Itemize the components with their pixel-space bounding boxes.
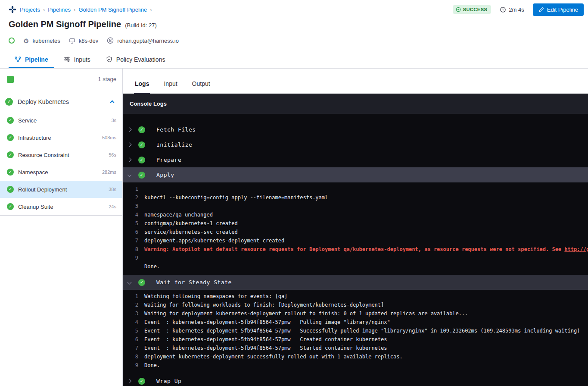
chevron-shape (127, 143, 131, 147)
step-success-icon: ✓ (7, 134, 14, 141)
log-line-text: Done. (144, 362, 160, 368)
stage-name: Deploy Kubernetes (18, 98, 69, 105)
step-row-resource-constraint[interactable]: ✓Resource Constraint56s (0, 146, 122, 163)
step-duration: 56s (109, 152, 116, 157)
step-name: Rollout Deployment (18, 186, 67, 193)
gear-icon: ⚙ (23, 38, 29, 44)
log-section-wait-for-steady-state[interactable]: ✓Wait for Steady State (123, 275, 588, 290)
log-line-number: 1 (125, 293, 138, 299)
duration: 2m 4s (500, 6, 524, 13)
log-section-fetch-files[interactable]: ✓Fetch Files (123, 122, 588, 137)
trigger-user: rohan.gupta@harness.io (107, 37, 179, 44)
step-row-infrastructure[interactable]: ✓Infrastructure508ms (0, 129, 122, 146)
chevron-right-icon[interactable] (126, 380, 132, 383)
log-section-initialize[interactable]: ✓Initialize (123, 137, 588, 152)
log-line-text: Waiting for deployment kubernetes-deploy… (144, 311, 468, 317)
edit-pipeline-button[interactable]: Edit Pipeline (533, 3, 584, 16)
step-row-rollout-deployment[interactable]: ✓Rollout Deployment38s (0, 181, 122, 198)
title-row: Golden PM Signoff Pipeline (Build Id: 27… (9, 19, 584, 29)
log-line-text: deployment.apps/kubernetes-deployment cr… (144, 238, 284, 244)
log-link[interactable]: http://g (564, 246, 588, 252)
environment-icon (69, 38, 75, 44)
chevron-shape (127, 280, 131, 285)
environment: k8s-dev (69, 38, 99, 44)
log-line-text: configmap/kubernetes-1 created (144, 220, 238, 226)
log-line-number: 8 (125, 246, 138, 252)
tab-pipeline[interactable]: Pipeline (9, 51, 54, 68)
chevron-down-icon[interactable] (126, 173, 132, 176)
log-line-text: namespace/qa unchanged (144, 212, 213, 218)
meta-row: ⚙ kubernetes k8s-dev rohan.gupta@harness… (9, 36, 584, 45)
environment-label: k8s-dev (79, 38, 99, 44)
step-name: Service (18, 117, 37, 124)
chevron-right-icon[interactable] (126, 143, 132, 146)
log-section-wrap-up[interactable]: ✓Wrap Up (123, 373, 588, 386)
policy-shield-icon (106, 56, 112, 63)
build-id: (Build Id: 27) (125, 22, 157, 28)
breadcrumb-separator: › (43, 6, 45, 13)
log-line-number: 2 (125, 302, 138, 308)
tab-output[interactable]: Output (191, 80, 211, 94)
log-area: Logs Input Output Console Logs ✓Fetch Fi… (123, 69, 588, 386)
section-success-icon: ✓ (138, 172, 145, 179)
trigger-user-email: rohan.gupta@harness.io (117, 38, 179, 44)
log-section-name: Wait for Steady State (156, 279, 232, 286)
status-badge-label: SUCCESS (463, 7, 488, 12)
stage-header-deploy-kubernetes[interactable]: ✓ Deploy Kubernetes (0, 90, 122, 112)
log-line: 9Done. (123, 361, 588, 370)
section-success-icon: ✓ (138, 157, 145, 163)
main-tabs: Pipeline Inputs Policy Evaluations (0, 51, 588, 69)
step-success-icon: ✓ (7, 151, 14, 158)
log-line-text: Waiting for following workloads to finis… (144, 302, 384, 308)
log-line-number: 7 (125, 238, 138, 244)
chevron-right-icon[interactable] (126, 128, 132, 131)
log-line: 9 (123, 254, 588, 262)
log-section-prepare[interactable]: ✓Prepare (123, 152, 588, 167)
log-line: 7Event : kubernetes-deployment-5fb94f856… (123, 344, 588, 352)
step-row-service[interactable]: ✓Service3s (0, 112, 122, 129)
tab-policy-evaluations[interactable]: Policy Evaluations (100, 51, 171, 68)
breadcrumb-projects[interactable]: Projects (20, 6, 40, 13)
stage-success-icon: ✓ (5, 98, 13, 106)
chevron-right-icon[interactable] (126, 158, 132, 161)
log-section-name: Wrap Up (156, 378, 181, 384)
log-line: Done. (123, 262, 588, 271)
log-line: 2Waiting for following workloads to fini… (123, 301, 588, 309)
log-line: 8deployment kubernetes-deployment succes… (123, 352, 588, 361)
log-line: 3 (123, 202, 588, 210)
breadcrumb-separator: › (74, 6, 75, 13)
step-row-cleanup-suite[interactable]: ✓Cleanup Suite24s (0, 198, 122, 215)
log-line: 6Event : kubernetes-deployment-5fb94f856… (123, 335, 588, 344)
log-line-number: 3 (125, 203, 138, 209)
chevron-shape (127, 128, 131, 132)
log-line-number: 4 (125, 212, 138, 218)
log-line-text: deployment kubernetes-deployment success… (144, 354, 403, 360)
log-section-apply[interactable]: ✓Apply (123, 167, 588, 182)
chevron-down-icon[interactable] (126, 281, 132, 284)
log-line-text: Watching following namespaces for events… (144, 293, 287, 299)
edit-pipeline-label: Edit Pipeline (547, 6, 578, 13)
service-status (9, 38, 15, 44)
section-success-icon: ✓ (138, 378, 145, 385)
chevron-shape (127, 379, 131, 383)
log-lines-apply: 12kubectl --kubeconfig=config apply --fi… (123, 182, 588, 275)
stage-count-label: 1 stage (98, 76, 116, 82)
log-line: 5Event : kubernetes-deployment-5fb94f856… (123, 326, 588, 335)
step-success-icon: ✓ (7, 186, 14, 193)
breadcrumb-pipeline-name[interactable]: Golden PM Signoff Pipeline (78, 6, 147, 13)
tab-inputs[interactable]: Inputs (58, 51, 96, 68)
pipeline-icon (15, 56, 21, 63)
step-success-icon: ✓ (7, 169, 14, 176)
tab-input[interactable]: Input (163, 80, 178, 94)
collapse-stage-button[interactable] (111, 98, 114, 106)
tab-logs[interactable]: Logs (134, 80, 150, 94)
header-actions: SUCCESS 2m 4s Edit Pipeline (453, 3, 584, 16)
log-line-text: Done. (144, 264, 160, 270)
clock-icon (500, 6, 506, 13)
breadcrumb-pipelines[interactable]: Pipelines (48, 6, 71, 13)
log-line-number: 9 (125, 255, 138, 261)
log-line-number: 2 (125, 195, 138, 201)
log-section-name: Fetch Files (156, 126, 196, 133)
step-duration: 3s (111, 118, 116, 123)
step-row-namespace[interactable]: ✓Namespace282ms (0, 163, 122, 181)
